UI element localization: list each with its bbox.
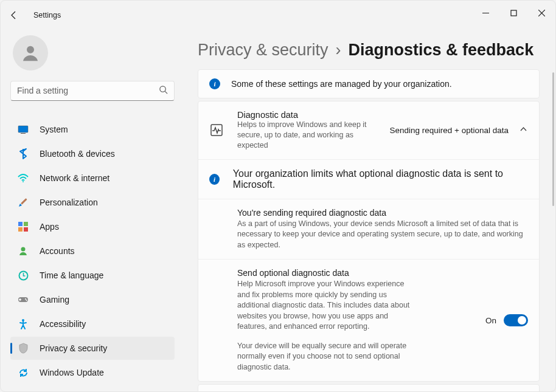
accounts-icon (18, 246, 29, 256)
svg-point-19 (25, 298, 26, 300)
sidebar: System Bluetooth & devices Network & int… (1, 30, 182, 391)
network-icon (18, 173, 29, 184)
nav-bluetooth[interactable]: Bluetooth & devices (10, 142, 175, 165)
diagnostic-desc: Helps to improve Windows and keep it sec… (237, 120, 376, 151)
search-icon (159, 85, 168, 97)
required-diagnostic-block: You're sending required diagnostic data … (198, 199, 539, 260)
svg-rect-13 (24, 222, 28, 226)
nav-network[interactable]: Network & internet (10, 167, 175, 190)
nav-apps[interactable]: Apps (10, 215, 175, 238)
nav-system[interactable]: System (10, 118, 175, 141)
svg-rect-1 (511, 10, 516, 16)
breadcrumb-parent[interactable]: Privacy & security (198, 41, 328, 60)
diagnostic-status: Sending required + optional data (389, 126, 509, 135)
nav-personalization[interactable]: Personalization (10, 191, 175, 214)
diagnostic-icon (209, 123, 224, 137)
svg-point-20 (26, 300, 27, 301)
info-icon: i (209, 174, 220, 185)
svg-line-6 (165, 91, 167, 94)
maximize-button[interactable] (499, 1, 527, 25)
nav-label: Accessibility (40, 319, 86, 329)
svg-rect-12 (18, 222, 23, 226)
info-icon: i (209, 78, 220, 89)
nav-accounts[interactable]: Accounts (10, 239, 175, 263)
nav-label: Time & language (40, 270, 103, 280)
svg-point-4 (27, 46, 34, 53)
optional-desc2: Your device will be equally secure and w… (237, 341, 420, 373)
search-input[interactable] (10, 81, 175, 101)
bluetooth-icon (18, 148, 29, 159)
nav-accessibility[interactable]: Accessibility (10, 312, 175, 335)
required-title: You're sending required diagnostic data (237, 208, 528, 218)
accessibility-icon (18, 318, 29, 329)
diagnostic-title: Diagnostic data (237, 110, 376, 120)
svg-point-16 (21, 247, 26, 252)
optional-diagnostic-block: Send optional diagnostic data Help Micro… (198, 259, 539, 381)
nav-label: Gaming (40, 295, 69, 304)
account-header[interactable] (10, 30, 175, 76)
nav-label: System (40, 125, 68, 134)
nav-privacy[interactable]: Privacy & security (10, 337, 175, 360)
org-limits-banner: i Your organization limits what optional… (198, 159, 539, 199)
optional-title: Send optional diagnostic data (237, 268, 472, 278)
nav-label: Privacy & security (40, 343, 107, 353)
optional-desc: Help Microsoft improve your Windows expe… (237, 279, 411, 332)
nav-time[interactable]: Time & language (10, 264, 175, 287)
inking-section: Improve inking and typing Send optional … (198, 384, 540, 391)
diagnostic-data-header[interactable]: Diagnostic data Helps to improve Windows… (198, 101, 539, 159)
shield-icon (18, 343, 29, 354)
nav-list: System Bluetooth & devices Network & int… (10, 118, 175, 384)
nav-label: Personalization (40, 198, 98, 207)
nav-label: Windows Update (40, 368, 104, 377)
chevron-right-icon: › (336, 41, 341, 60)
close-button[interactable] (527, 1, 555, 25)
inking-header[interactable]: Improve inking and typing Send optional … (198, 385, 539, 391)
personalization-icon (18, 197, 29, 208)
system-icon (18, 124, 29, 135)
apps-icon (18, 221, 29, 232)
avatar (13, 35, 48, 70)
back-button[interactable] (9, 10, 26, 20)
nav-label: Network & internet (40, 173, 109, 183)
scrollbar[interactable] (552, 72, 554, 206)
window-controls (471, 1, 555, 25)
minimize-button[interactable] (471, 1, 499, 25)
gaming-icon (18, 294, 29, 305)
optional-toggle[interactable] (504, 314, 528, 326)
time-icon (18, 270, 29, 281)
svg-rect-11 (21, 198, 27, 205)
nav-label: Bluetooth & devices (40, 149, 115, 159)
chevron-up-icon[interactable] (520, 125, 528, 135)
breadcrumb: Privacy & security › Diagnostics & feedb… (198, 41, 540, 60)
diagnostic-status-row: Sending required + optional data (389, 125, 528, 135)
diagnostic-data-section: Diagnostic data Helps to improve Windows… (198, 101, 540, 382)
org-managed-text: Some of these settings are managed by yo… (231, 79, 452, 89)
svg-point-10 (23, 181, 24, 182)
nav-update[interactable]: Windows Update (10, 361, 175, 384)
org-managed-banner: i Some of these settings are managed by … (198, 69, 540, 98)
svg-rect-14 (18, 227, 23, 232)
search-field[interactable] (17, 86, 154, 95)
svg-rect-15 (24, 227, 28, 232)
required-desc: As a part of using Windows, your device … (237, 219, 523, 251)
svg-rect-7 (18, 126, 28, 132)
window-title: Settings (33, 11, 61, 19)
page-title: Diagnostics & feedback (349, 41, 534, 60)
org-limits-text: Your organization limits what optional d… (233, 168, 528, 190)
optional-state-label: On (485, 316, 496, 325)
svg-point-5 (160, 86, 165, 92)
update-icon (18, 367, 29, 378)
nav-label: Apps (40, 222, 59, 232)
nav-gaming[interactable]: Gaming (10, 288, 175, 311)
main-content: Privacy & security › Diagnostics & feedb… (182, 30, 555, 391)
nav-label: Accounts (40, 246, 75, 256)
